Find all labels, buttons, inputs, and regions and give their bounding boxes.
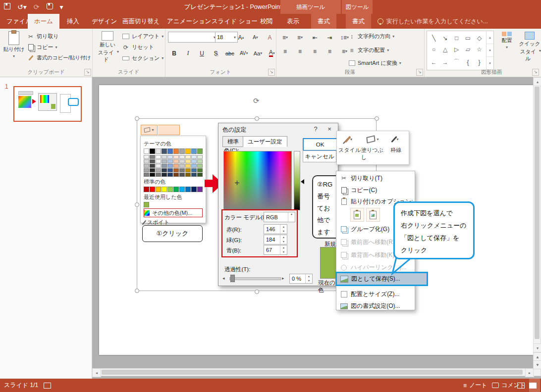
color-swatch[interactable] — [144, 164, 149, 168]
color-swatch[interactable] — [144, 155, 149, 159]
color-swatch[interactable] — [173, 168, 179, 172]
clipboard-dialog-launcher[interactable]: ↘ — [84, 69, 91, 76]
tab-picture-format[interactable]: 書式 — [346, 14, 371, 29]
color-swatch[interactable] — [197, 148, 203, 154]
shape-icon[interactable]: △ — [443, 46, 447, 53]
color-swatch[interactable] — [185, 148, 191, 154]
color-swatch[interactable] — [185, 164, 191, 168]
color-swatch[interactable] — [167, 155, 173, 159]
normal-view-button[interactable] — [517, 379, 528, 392]
more-colors-item[interactable]: その他の色(M)... — [144, 208, 203, 217]
color-swatch[interactable] — [191, 168, 197, 172]
color-swatch[interactable] — [144, 187, 149, 192]
copy-button[interactable]: コピー ▾ — [27, 44, 57, 51]
italic-button[interactable]: I — [183, 49, 193, 58]
color-swatch[interactable] — [173, 159, 179, 163]
slider-left-icon[interactable]: ◂ — [222, 276, 225, 281]
undo-button[interactable]: ↺▾ — [17, 3, 27, 11]
color-swatch[interactable] — [179, 164, 185, 168]
tell-me-box[interactable]: 実行したい作業を入力してください... — [378, 14, 488, 29]
color-swatch[interactable] — [173, 187, 179, 192]
smartart-button[interactable]: SmartArt に変換▾ — [348, 59, 401, 67]
scroll-down-button[interactable]: ▾ — [533, 343, 541, 352]
color-swatch[interactable] — [162, 164, 167, 168]
shape-icon[interactable]: ▭ — [465, 35, 471, 42]
color-swatch[interactable] — [173, 173, 179, 177]
grow-font-button[interactable]: A▴ — [236, 33, 246, 42]
font-size-combo[interactable]: 18▾ — [215, 32, 238, 43]
shape-outline-button[interactable]: ▾ 枠線 — [384, 133, 408, 162]
align-left-button[interactable]: ≡ — [280, 47, 290, 56]
paste-keep-theme-button[interactable] — [350, 208, 364, 222]
color-swatch[interactable] — [185, 159, 191, 163]
dialog-close-button[interactable]: × — [322, 123, 337, 135]
save-button[interactable] — [4, 3, 10, 11]
color-swatch[interactable] — [144, 148, 149, 154]
shape-icon[interactable]: ▷ — [454, 46, 459, 53]
shape-icon[interactable]: → — [442, 59, 448, 66]
align-right-button[interactable]: ≡ — [310, 47, 320, 56]
shape-icon[interactable]: ↘ — [442, 35, 447, 42]
color-swatch[interactable] — [144, 173, 149, 177]
color-swatch[interactable] — [185, 173, 191, 177]
color-swatch[interactable] — [144, 168, 149, 172]
more-shapes-icon[interactable]: ▾ — [487, 57, 493, 70]
color-swatch[interactable] — [162, 159, 167, 163]
selection-handle-bottom-left[interactable] — [135, 289, 139, 293]
selection-handle-top-left[interactable] — [135, 116, 139, 121]
shape-icon[interactable]: ◇ — [477, 35, 482, 42]
color-swatch[interactable] — [144, 202, 149, 207]
color-swatch[interactable] — [197, 173, 203, 177]
color-swatch[interactable] — [156, 159, 161, 163]
transparency-slider[interactable] — [229, 277, 281, 280]
color-swatch[interactable] — [191, 164, 197, 168]
redo-button[interactable]: ⟳ — [34, 3, 40, 11]
color-swatch[interactable] — [156, 155, 161, 159]
color-swatch[interactable] — [179, 155, 185, 159]
color-swatch[interactable] — [197, 155, 203, 159]
color-swatch[interactable] — [197, 168, 203, 172]
align-text-button[interactable]: ≡ 文字の配置▾ — [348, 47, 389, 54]
next-slide-button[interactable]: ▼ — [533, 360, 541, 369]
arrange-button[interactable]: 配置 ▾ — [496, 32, 517, 49]
tab-insert[interactable]: 挿入 — [60, 14, 86, 29]
fill-color-button[interactable]: ▾ — [141, 125, 158, 135]
tab-home[interactable]: ホーム — [28, 14, 59, 29]
color-swatch[interactable] — [191, 148, 197, 154]
shapes-gallery[interactable]: ╲↘□▭◇○△▷▱☆←→⌒{} ▴ ▾ ▾ — [427, 31, 494, 70]
notes-button[interactable]: ≡ ノート — [463, 379, 487, 392]
new-slide-button[interactable]: 新しい スライド▾ — [96, 31, 119, 63]
justify-button[interactable]: ≡ — [325, 47, 335, 56]
scroll-down-icon[interactable]: ▾ — [487, 44, 493, 57]
tab-custom-colors[interactable]: ユーザー設定 — [243, 136, 287, 147]
color-swatch[interactable] — [144, 159, 149, 163]
color-swatch[interactable] — [167, 159, 173, 163]
font-name-combo[interactable]: ▾ — [168, 32, 217, 43]
dialog-help-button[interactable]: ? — [308, 123, 323, 135]
change-case-button[interactable]: Aa▾ — [253, 49, 263, 58]
ok-button[interactable]: OK — [303, 138, 337, 151]
scroll-up-icon[interactable]: ▴ — [487, 31, 493, 44]
color-swatch[interactable] — [150, 164, 155, 168]
menu-item-cut[interactable]: ✂ 切り取り(T) — [336, 172, 415, 184]
underline-button[interactable]: U — [197, 49, 207, 58]
color-swatch[interactable] — [162, 187, 167, 192]
selection-handle-bottom-center[interactable] — [255, 290, 259, 294]
color-swatch[interactable] — [150, 159, 155, 163]
color-swatch[interactable] — [167, 164, 173, 168]
color-swatch[interactable] — [162, 168, 167, 172]
color-swatch[interactable] — [156, 168, 161, 172]
font-dialog-launcher[interactable]: ↘ — [268, 69, 275, 76]
shape-icon[interactable]: } — [478, 59, 480, 66]
color-swatch[interactable] — [150, 148, 155, 154]
shape-icon[interactable]: □ — [455, 35, 458, 42]
layout-button[interactable]: レイアウト▾ — [122, 33, 163, 40]
selection-handle-top-right[interactable] — [375, 116, 379, 121]
color-swatch[interactable] — [156, 164, 161, 168]
color-swatch[interactable] — [162, 155, 167, 159]
horizontal-scroll-thumb[interactable] — [102, 370, 523, 375]
shape-icon[interactable]: ▱ — [466, 46, 470, 53]
selection-handle-middle-left[interactable] — [135, 202, 139, 207]
tab-review[interactable]: 校閲 — [254, 14, 279, 29]
color-swatch[interactable] — [191, 173, 197, 177]
